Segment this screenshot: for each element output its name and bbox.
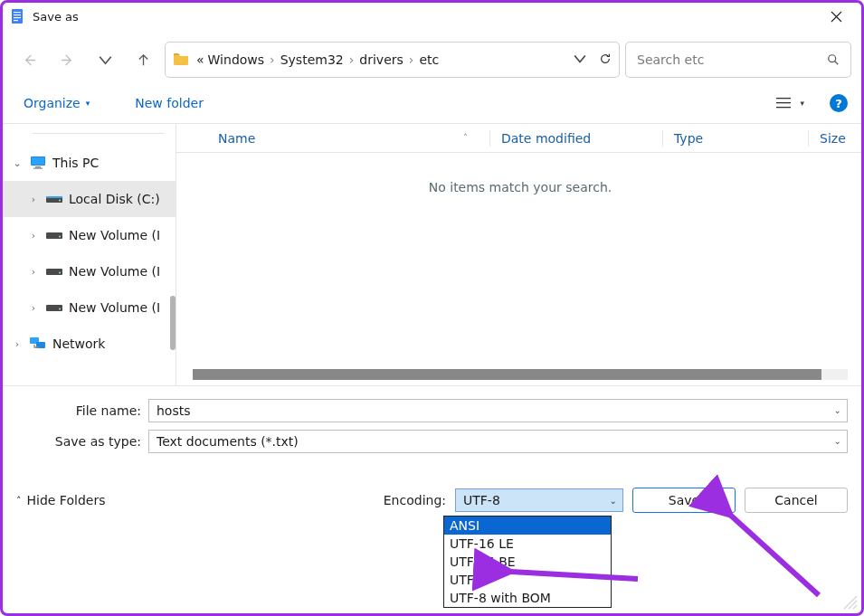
- column-date[interactable]: Date modified: [501, 131, 662, 146]
- encoding-label: Encoding:: [384, 493, 446, 507]
- nav-tree: ⌄ This PC › Local Disk (C:) › New Volume…: [0, 124, 176, 385]
- svg-rect-4: [14, 20, 18, 21]
- svg-rect-6: [776, 98, 791, 99]
- svg-rect-0: [12, 9, 23, 24]
- search-placeholder: Search etc: [637, 52, 827, 67]
- drive-icon: [45, 302, 63, 313]
- new-folder-button[interactable]: New folder: [129, 92, 209, 114]
- search-input[interactable]: Search etc: [625, 42, 851, 78]
- svg-rect-3: [14, 17, 21, 18]
- help-button[interactable]: ?: [830, 94, 848, 112]
- caret-down-icon: ▾: [86, 99, 90, 108]
- drive-icon: [45, 194, 63, 204]
- chevron-down-icon[interactable]: ⌄: [834, 436, 841, 446]
- chevron-right-icon: ›: [407, 52, 416, 67]
- arrow-up-icon: [137, 53, 150, 67]
- chevron-down-icon: [574, 52, 586, 65]
- nav-up[interactable]: [127, 43, 159, 76]
- save-type-label: Save as type:: [16, 434, 148, 449]
- breadcrumb-item[interactable]: Windows: [208, 52, 265, 67]
- chevron-right-icon: ›: [347, 52, 356, 67]
- breadcrumb-prefix[interactable]: «: [196, 52, 204, 67]
- encoding-option-utf8bom[interactable]: UTF-8 with BOM: [444, 589, 611, 607]
- organize-menu[interactable]: Organize ▾: [18, 92, 95, 114]
- svg-point-19: [59, 272, 61, 274]
- nav-recent[interactable]: [89, 43, 121, 76]
- search-icon: [827, 53, 840, 66]
- help-icon: ?: [835, 97, 842, 110]
- encoding-option-utf16be[interactable]: UTF-16 BE: [444, 553, 611, 571]
- breadcrumb: « Windows › System32 › drivers › etc: [196, 52, 561, 67]
- column-size[interactable]: Size: [820, 131, 846, 146]
- column-headers: Name ˄ Date modified Type Size: [176, 124, 864, 153]
- svg-rect-16: [46, 232, 62, 239]
- save-type-select[interactable]: Text documents (*.txt) ⌄: [148, 430, 848, 453]
- network-icon: [29, 336, 47, 351]
- app-icon: [9, 8, 25, 24]
- chevron-down-icon: ⌄: [11, 157, 24, 169]
- tree-item-this-pc[interactable]: ⌄ This PC: [0, 145, 176, 181]
- address-bar[interactable]: « Windows › System32 › drivers › etc: [165, 42, 620, 78]
- save-button[interactable]: Save: [632, 488, 736, 513]
- tree-item-local-disk[interactable]: › Local Disk (C:): [0, 181, 176, 217]
- svg-point-5: [829, 55, 836, 62]
- close-icon: [831, 12, 841, 22]
- command-bar: Organize ▾ New folder ▾ ?: [0, 87, 864, 124]
- view-options[interactable]: ▾: [771, 93, 810, 113]
- tree-scrollbar[interactable]: [170, 296, 176, 350]
- chevron-right-icon: ›: [27, 230, 40, 242]
- breadcrumb-item[interactable]: drivers: [359, 52, 403, 67]
- encoding-dropdown-list: ANSI UTF-16 LE UTF-16 BE UTF-8 UTF-8 wit…: [443, 516, 612, 608]
- address-dropdown[interactable]: [574, 52, 586, 68]
- horizontal-scrollbar[interactable]: [193, 369, 848, 380]
- encoding-option-ansi[interactable]: ANSI: [444, 516, 611, 535]
- refresh-icon: [599, 52, 612, 65]
- tree-item-volume[interactable]: › New Volume (I: [0, 217, 176, 253]
- nav-forward[interactable]: [51, 43, 83, 76]
- dialog-footer: ˄ Hide Folders Encoding: UTF-8 ⌄ Save Ca…: [0, 460, 864, 524]
- chevron-down-icon[interactable]: ⌄: [610, 496, 617, 506]
- svg-rect-10: [32, 157, 44, 165]
- list-view-icon: [776, 97, 791, 109]
- breadcrumb-item[interactable]: System32: [280, 52, 344, 67]
- tree-item-network[interactable]: › Network: [0, 326, 176, 362]
- svg-point-15: [59, 200, 61, 202]
- close-button[interactable]: [815, 2, 857, 31]
- content-area: ⌄ This PC › Local Disk (C:) › New Volume…: [0, 124, 864, 386]
- column-type[interactable]: Type: [674, 131, 808, 146]
- encoding-option-utf16le[interactable]: UTF-16 LE: [444, 535, 611, 553]
- column-name[interactable]: Name ˄: [218, 131, 489, 146]
- nav-back[interactable]: [13, 43, 45, 76]
- window-title: Save as: [33, 10, 79, 24]
- chevron-right-icon: ›: [11, 338, 24, 350]
- encoding-select[interactable]: UTF-8 ⌄: [455, 488, 623, 512]
- encoding-option-utf8[interactable]: UTF-8: [444, 571, 611, 589]
- chevron-right-icon: ›: [27, 302, 40, 314]
- sort-asc-icon: ˄: [463, 133, 468, 143]
- folder-icon: [173, 51, 189, 70]
- svg-rect-12: [33, 168, 43, 169]
- chevron-right-icon: ›: [268, 52, 277, 67]
- svg-rect-14: [46, 196, 62, 198]
- svg-rect-20: [46, 305, 62, 311]
- svg-rect-8: [776, 107, 791, 108]
- breadcrumb-item[interactable]: etc: [419, 52, 439, 67]
- svg-point-21: [59, 308, 61, 310]
- monitor-icon: [29, 156, 47, 170]
- chevron-down-icon[interactable]: ⌄: [834, 405, 841, 415]
- svg-line-25: [731, 516, 819, 595]
- file-name-input[interactable]: hosts ⌄: [148, 399, 848, 422]
- nav-row: « Windows › System32 › drivers › etc Sea…: [0, 33, 864, 87]
- chevron-down-icon: [99, 53, 112, 67]
- tree-item-volume[interactable]: › New Volume (I: [0, 253, 176, 289]
- refresh-button[interactable]: [599, 52, 612, 68]
- file-name-label: File name:: [16, 403, 148, 418]
- resize-grip-icon[interactable]: [844, 596, 857, 609]
- tree-item-volume[interactable]: › New Volume (I: [0, 289, 176, 326]
- hide-folders-toggle[interactable]: ˄ Hide Folders: [16, 493, 105, 507]
- drive-icon: [45, 230, 63, 241]
- svg-rect-18: [46, 269, 62, 275]
- arrow-left-icon: [23, 53, 36, 67]
- svg-rect-1: [14, 12, 21, 13]
- cancel-button[interactable]: Cancel: [745, 488, 848, 513]
